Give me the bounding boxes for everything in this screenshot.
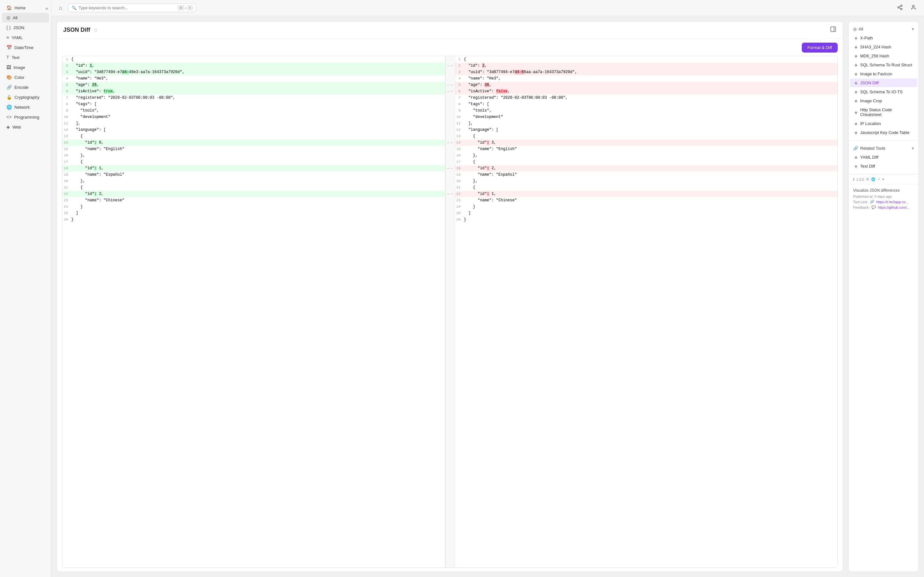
diff-pane-right[interactable]: 1{2 "id": 2,3 "uuid": "3d877494-e7d4-66a… <box>455 56 838 567</box>
line-content: "age": 26, <box>71 82 445 88</box>
settings-icon[interactable]: ⚙ <box>866 177 869 181</box>
sidebar-item-encode[interactable]: 🔗 Encode <box>2 82 49 92</box>
diff-pane-left[interactable]: 1{2 "id": 1,3 "uuid": "3d877494-e7d4-48e… <box>62 56 445 567</box>
svg-rect-6 <box>831 27 836 32</box>
line-number: 23 <box>455 197 464 203</box>
diff-line: 4 "name": "He3", <box>62 75 445 82</box>
line-content: { <box>464 133 838 139</box>
rs-footer: Visualize JSON differences Published at:… <box>849 184 919 214</box>
arrow-indicator: → ← <box>447 165 453 171</box>
diff-line: 12 "language": [ <box>455 127 838 133</box>
line-number: 13 <box>455 133 464 139</box>
rs-item-md6_256-hash[interactable]: ◈ MD6_256 Hash <box>850 52 917 60</box>
line-number: 1 <box>455 56 464 63</box>
sidebar-item-json[interactable]: { } JSON <box>2 23 49 32</box>
diff-line: 9 "tools", <box>455 107 838 114</box>
all-tools-chevron: ▾ <box>912 27 914 31</box>
related-tools-label: Related Tools <box>860 146 885 151</box>
all-tools-list: ◈ X-Path ◈ SHA3_224 Hash ◈ MD6_256 Hash … <box>849 34 919 137</box>
line-content: ] <box>464 210 838 216</box>
rs-item-ip-location[interactable]: ◈ IP Location <box>850 119 917 128</box>
rs-item-sql-schema-to-io-ts[interactable]: ◈ SQL Schema To IO-TS <box>850 87 917 96</box>
diff-line: 9 "tools", <box>62 107 445 114</box>
rs-item-javascript-key-code-table[interactable]: ◈ Javascript Key Code Table <box>850 128 917 137</box>
sidebar-icon-crypto: 🔒 <box>6 95 12 100</box>
tool-link[interactable]: https://t.he3app.co... <box>876 200 908 204</box>
rs-item-sha3_224-hash[interactable]: ◈ SHA3_224 Hash <box>850 43 917 51</box>
sidebar-item-home[interactable]: 🏠 Home <box>2 3 49 13</box>
diff-line: 21 { <box>455 184 838 191</box>
format-diff-button[interactable]: Format & Diff <box>802 43 838 53</box>
diff-line: 26} <box>455 216 838 223</box>
rs-item-label: Image to Favicon <box>860 71 892 76</box>
sidebar-icon-programming: <> <box>6 114 11 119</box>
globe-icon[interactable]: 🌐 <box>871 177 876 181</box>
sidebar-item-all[interactable]: ◎ All <box>2 13 49 23</box>
line-number: 4 <box>455 75 464 82</box>
rs-item-x-path[interactable]: ◈ X-Path <box>850 34 917 42</box>
sidebar-item-web[interactable]: ◈ Web <box>2 122 49 132</box>
search-input[interactable] <box>79 5 176 10</box>
line-number: 3 <box>455 69 464 75</box>
rs-item-label: Image Crop <box>860 98 882 103</box>
diff-line: 18 "id": 2, <box>455 165 838 171</box>
rs-related-yaml-diff[interactable]: ◈ YAML Diff <box>850 153 917 161</box>
svg-point-1 <box>898 6 899 8</box>
home-button[interactable]: ⌂ <box>57 4 65 12</box>
search-shortcut: ⌘ + K <box>178 5 193 10</box>
diff-line: 3 "uuid": "3d877494-e7d4-48e3-aa7a-16437… <box>62 69 445 75</box>
svg-point-2 <box>901 8 902 10</box>
line-number: 19 <box>62 171 71 178</box>
sidebar-item-text[interactable]: T Text <box>2 53 49 62</box>
all-tools-section: ◎ All ▾ ◈ X-Path ◈ SHA3_224 Hash ◈ MD6_2… <box>849 21 919 141</box>
version-row: ℹ 1.0.0 ⚙ 🌐 ✓ ▾ <box>849 174 919 184</box>
line-content: "id": 3, <box>464 139 838 146</box>
rs-item-label: JSON Diff <box>860 81 879 85</box>
sidebar-item-image[interactable]: 🖼 Image <box>2 63 49 72</box>
rs-related-text-diff[interactable]: ◈ Text Diff <box>850 162 917 171</box>
tool-body: Format & Diff 1{2 "id": 1,3 "uuid": "3d8… <box>57 39 843 572</box>
line-content: "id": 1, <box>464 191 838 197</box>
rs-item-json-diff[interactable]: ◈ JSON Diff <box>850 79 917 87</box>
user-button[interactable] <box>908 3 919 13</box>
diff-line: 23 "name": "Chinese" <box>62 197 445 203</box>
related-tools-header[interactable]: 🔗 Related Tools ▾ <box>849 144 919 153</box>
diff-line: 17 { <box>62 159 445 165</box>
favorite-icon[interactable]: ☆ <box>94 27 98 33</box>
diff-line: 22 "id": 1, <box>455 191 838 197</box>
line-content: "name": "Chinese" <box>464 197 838 203</box>
chevron-down-icon[interactable]: ▾ <box>882 177 884 181</box>
rs-related-icon: ◈ <box>855 164 858 169</box>
sidebar-item-yaml[interactable]: ≡ YAML <box>2 33 49 42</box>
panel-toggle-button[interactable] <box>830 26 837 34</box>
sidebar-item-crypto[interactable]: 🔒 Cryptography <box>2 92 49 102</box>
sidebar-collapse-button[interactable]: « <box>45 6 48 11</box>
sidebar-item-color[interactable]: 🎨 Color <box>2 73 49 82</box>
sidebar-icon-text: T <box>6 55 9 60</box>
line-number: 14 <box>455 139 464 146</box>
feedback-link[interactable]: https://github.com/... <box>878 205 909 210</box>
published: Published at: 5 days ago <box>853 195 914 198</box>
sidebar-item-programming[interactable]: <> Programming <box>2 112 49 122</box>
sidebar-icon-home: 🏠 <box>6 5 12 10</box>
sidebar-label-network: Network <box>15 105 30 110</box>
rs-item-icon: ◈ <box>855 45 858 49</box>
line-number: 6 <box>62 88 71 95</box>
all-tools-header[interactable]: ◎ All ▾ <box>849 25 919 33</box>
search-icon: 🔍 <box>71 5 77 10</box>
topbar: ⌂ 🔍 ⌘ + K <box>51 0 924 16</box>
diff-line: 25 ] <box>62 210 445 216</box>
diff-line: 12 "language": [ <box>62 127 445 133</box>
line-number: 12 <box>455 127 464 133</box>
sidebar-item-network[interactable]: 🌐 Network <box>2 102 49 112</box>
line-number: 2 <box>62 63 71 69</box>
sidebar-item-datetime[interactable]: 📅 Date/Time <box>2 43 49 52</box>
rs-item-image-crop[interactable]: ◈ Image Crop <box>850 97 917 105</box>
rs-item-http-status-code-cheatsheet[interactable]: ◈ Http Status Code Cheatsheet <box>850 105 917 119</box>
share-button[interactable] <box>895 3 905 13</box>
rs-item-sql-schema-to-rust-struct[interactable]: ◈ SQL Schema To Rust Struct <box>850 61 917 69</box>
rs-item-image-to-favicon[interactable]: ◈ Image to Favicon <box>850 69 917 78</box>
line-content: "registered": "2020-02-03T06:00:03 -08:0… <box>464 95 838 101</box>
svg-point-5 <box>913 5 914 7</box>
rs-item-icon: ◈ <box>855 98 858 103</box>
